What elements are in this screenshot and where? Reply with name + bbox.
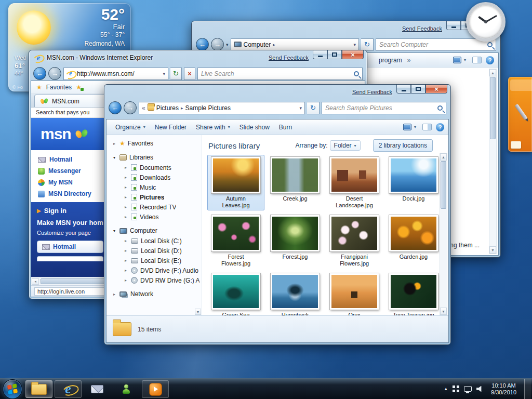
breadcrumb-segment-sample-pictures[interactable]: Sample Pictures bbox=[185, 104, 231, 112]
computer-minimize-button[interactable] bbox=[446, 21, 461, 30]
collapse-icon[interactable]: ▸ bbox=[123, 205, 128, 209]
nav-scroll-down-icon[interactable]: ▼ bbox=[195, 309, 201, 315]
history-dropdown-icon[interactable]: ▾ bbox=[226, 42, 229, 47]
taskbar-explorer-button[interactable] bbox=[25, 380, 52, 398]
expand-icon[interactable]: ▾ bbox=[112, 229, 117, 233]
tray-language-icon[interactable] bbox=[453, 385, 459, 392]
pictures-titlebar[interactable]: Send Feedback × bbox=[104, 85, 450, 99]
ie-titlebar[interactable]: e MSN.com - Windows Internet Explorer Se… bbox=[29, 50, 367, 65]
views-button[interactable]: ▾ bbox=[451, 55, 468, 65]
back-button[interactable]: ← bbox=[196, 38, 209, 51]
link-messenger[interactable]: Messenger bbox=[38, 165, 109, 177]
pictures-breadcrumb[interactable]: « Pictures ▸ Sample Pictures ▾ bbox=[139, 102, 305, 114]
start-button[interactable] bbox=[3, 379, 22, 399]
ie-maximize-button[interactable] bbox=[327, 50, 342, 59]
slide-show-button[interactable]: Slide show bbox=[235, 122, 274, 133]
tab-msn[interactable]: MSN.com bbox=[34, 95, 112, 107]
nav-local-disk-c[interactable]: ▸ Local Disk (C:) bbox=[107, 236, 202, 246]
toolbar-item-fragment[interactable]: program bbox=[379, 57, 402, 64]
breadcrumb-dropdown-icon[interactable]: ▾ bbox=[299, 105, 302, 111]
arrange-by-dropdown[interactable]: Folder ▾ bbox=[330, 140, 361, 151]
nav-network[interactable]: ▸ Network bbox=[107, 289, 202, 299]
send-feedback-link[interactable]: Send Feedback bbox=[402, 25, 442, 32]
link-hotmail[interactable]: Hotmail bbox=[38, 154, 109, 165]
expand-icon[interactable]: ▾ bbox=[112, 155, 117, 160]
breadcrumb-segment-pictures[interactable]: Pictures bbox=[156, 104, 179, 112]
show-desktop-button[interactable] bbox=[524, 379, 531, 399]
nav-videos[interactable]: ▸ Videos bbox=[107, 212, 202, 222]
file-item-green-sea[interactable]: Green Sea bbox=[207, 271, 264, 315]
new-folder-button[interactable]: New Folder bbox=[150, 122, 191, 133]
taskbar-ie-button[interactable]: e bbox=[55, 380, 82, 398]
refresh-button[interactable]: ↻ bbox=[361, 38, 374, 51]
forward-button[interactable]: → bbox=[211, 38, 224, 51]
msn-logo[interactable]: msn bbox=[41, 125, 71, 143]
file-item-toco-toucan[interactable]: Toco Toucan.jpg bbox=[385, 271, 442, 315]
file-item-creek[interactable]: Creek.jpg bbox=[267, 155, 324, 210]
breadcrumb-separator-icon[interactable]: ▸ bbox=[181, 105, 183, 111]
link-my-msn[interactable]: My MSN bbox=[38, 177, 109, 188]
collapse-icon[interactable]: ▸ bbox=[123, 165, 128, 170]
taskbar-media-player-button[interactable] bbox=[142, 380, 169, 398]
ie-refresh-button[interactable]: ↻ bbox=[170, 68, 182, 80]
file-item-autumn-leaves[interactable]: Autumn Leaves.jpg bbox=[207, 155, 264, 210]
collapse-icon[interactable]: ▸ bbox=[123, 268, 128, 273]
collapse-icon[interactable]: ▸ bbox=[112, 141, 117, 146]
collapse-icon[interactable]: ▸ bbox=[123, 238, 128, 243]
taskbar-mail-button[interactable] bbox=[84, 380, 111, 398]
nav-local-disk-e[interactable]: ▸ Local Disk (E:) bbox=[107, 256, 202, 265]
favorites-star-icon[interactable]: ★ bbox=[36, 84, 42, 90]
help-button[interactable]: ? bbox=[486, 56, 494, 64]
scroll-left-icon[interactable]: ◂ bbox=[32, 278, 39, 285]
scroll-down-icon[interactable]: ▼ bbox=[440, 308, 447, 315]
breadcrumb-dropdown-icon[interactable]: ▾ bbox=[353, 42, 356, 47]
file-item-forest[interactable]: Forest.jpg bbox=[267, 213, 324, 269]
preview-pane-button[interactable] bbox=[422, 124, 432, 130]
back-button[interactable]: ← bbox=[33, 67, 46, 80]
scroll-down-icon[interactable]: ▼ bbox=[489, 246, 496, 254]
collapse-icon[interactable]: ▸ bbox=[123, 195, 128, 200]
scroll-up-icon[interactable]: ▲ bbox=[440, 153, 447, 161]
nav-documents[interactable]: ▸ Documents bbox=[107, 163, 202, 172]
search-input[interactable] bbox=[379, 41, 485, 48]
hotmail-button[interactable]: Hotmail bbox=[37, 241, 103, 253]
customize-link[interactable]: Customize your page bbox=[37, 230, 103, 236]
burn-button[interactable]: Burn bbox=[274, 122, 297, 133]
breadcrumb-segment[interactable]: Computer bbox=[244, 41, 271, 48]
clock-gadget[interactable] bbox=[466, 2, 506, 42]
tray-expand-icon[interactable]: ▲ bbox=[444, 387, 448, 391]
taskbar-messenger-button[interactable] bbox=[113, 380, 140, 398]
nav-libraries[interactable]: ▾ Libraries bbox=[107, 152, 202, 163]
pictures-vertical-scrollbar[interactable]: ▲ ▼ bbox=[440, 153, 447, 315]
ie-stop-button[interactable]: × bbox=[184, 68, 195, 80]
library-locations-button[interactable]: 2 library locations bbox=[373, 139, 433, 152]
link-msn-directory[interactable]: MSN Directory bbox=[38, 188, 109, 200]
computer-breadcrumb[interactable]: Computer ▸ ▾ bbox=[231, 38, 359, 51]
file-item-garden[interactable]: Garden.jpg bbox=[385, 213, 442, 269]
search-input[interactable] bbox=[325, 104, 435, 112]
ie-minimize-button[interactable] bbox=[313, 50, 327, 59]
nav-downloads[interactable]: ▸ Downloads bbox=[107, 172, 202, 182]
forward-button[interactable]: → bbox=[48, 67, 61, 80]
help-button[interactable]: ? bbox=[436, 123, 444, 131]
ie-close-button[interactable]: × bbox=[342, 50, 364, 59]
nav-computer[interactable]: ▾ Computer bbox=[107, 225, 202, 236]
tray-volume-icon[interactable] bbox=[476, 386, 483, 392]
back-button[interactable]: ← bbox=[109, 101, 122, 114]
collapse-icon[interactable]: ▸ bbox=[123, 185, 128, 190]
file-item-desert-landscape[interactable]: Desert Landscape.jpg bbox=[326, 155, 383, 210]
pictures-maximize-button[interactable] bbox=[411, 85, 425, 94]
breadcrumb-overflow-icon[interactable]: « bbox=[142, 104, 145, 112]
collapse-icon[interactable]: ▸ bbox=[123, 258, 128, 263]
send-feedback-link[interactable]: Send Feedback bbox=[269, 55, 309, 61]
computer-titlebar[interactable]: Send Feedback × bbox=[192, 21, 500, 36]
nav-dvd-drive-f[interactable]: ▸ DVD Drive (F:) Audio bbox=[107, 265, 202, 275]
partial-button[interactable] bbox=[37, 256, 103, 261]
sign-in-link[interactable]: ▶ Sign in bbox=[37, 207, 103, 215]
nav-pictures[interactable]: ▸ Pictures bbox=[107, 192, 202, 202]
toolbar-overflow-icon[interactable]: » bbox=[407, 57, 411, 64]
nav-dvd-rw-drive-g[interactable]: ▸ DVD RW Drive (G:) A bbox=[107, 275, 202, 285]
collapse-icon[interactable]: ▸ bbox=[123, 215, 128, 219]
url-box[interactable]: e ▾ bbox=[63, 68, 168, 80]
scrollbar-thumb[interactable] bbox=[490, 77, 496, 139]
